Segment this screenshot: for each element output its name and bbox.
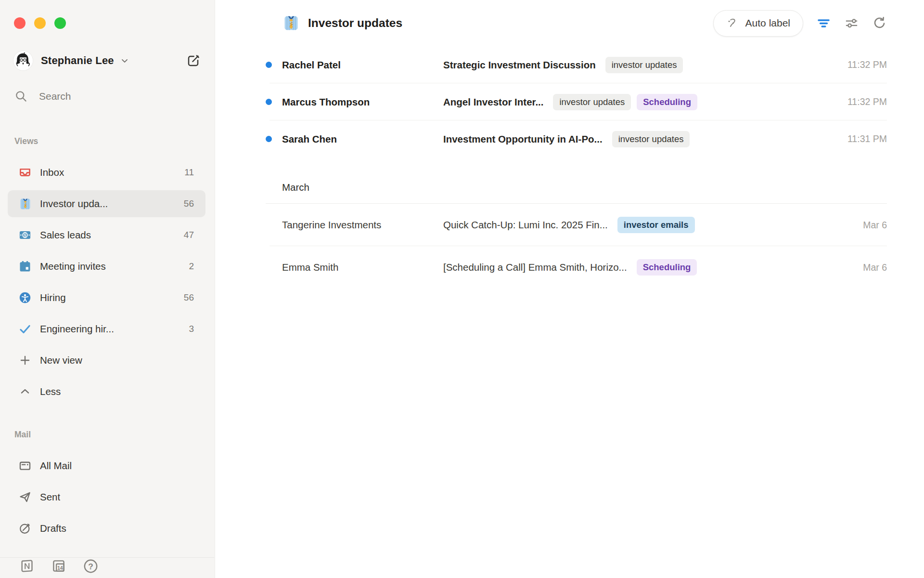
money-icon <box>18 228 32 242</box>
sidebar-item-drafts[interactable]: Drafts <box>8 515 205 542</box>
unread-dot <box>266 62 272 68</box>
email-labels: Scheduling <box>637 259 697 276</box>
main-panel: Investor updates Auto label <box>216 0 924 578</box>
sidebar-item-label: Meeting invites <box>40 261 106 272</box>
sidebar-item-sent[interactable]: Sent <box>8 484 205 511</box>
unread-count: 56 <box>184 292 194 303</box>
close-window-button[interactable] <box>14 17 26 29</box>
date-group-title: March <box>282 182 309 193</box>
svg-text:14: 14 <box>57 565 63 571</box>
email-sender: Marcus Thompson <box>282 96 443 108</box>
page-title: Investor updates <box>308 16 402 30</box>
email-labels: investor updates <box>612 131 690 147</box>
unread-count: 3 <box>189 324 194 334</box>
filter-icon[interactable] <box>816 15 831 31</box>
chevron-up-icon <box>18 385 32 398</box>
inbox-icon <box>18 166 32 179</box>
sidebar: Stephanie Lee Search Views <box>0 0 215 578</box>
email-sender: Rachel Patel <box>282 59 443 71</box>
email-subject: Angel Investor Inter... <box>443 96 543 108</box>
sidebar-item-all-mail[interactable]: All Mail <box>8 452 205 479</box>
new-view-label: New view <box>40 355 82 366</box>
label-pill[interactable]: investor updates <box>553 94 631 110</box>
label-pill[interactable]: investor emails <box>617 217 695 233</box>
account-name: Stephanie Lee <box>41 54 114 67</box>
sidebar-item-investor-updates[interactable]: Investor upda... 56 <box>8 190 205 217</box>
checkmark-icon <box>18 322 32 336</box>
label-pill[interactable]: Scheduling <box>637 94 697 110</box>
email-sender: Emma Smith <box>282 262 443 273</box>
email-time: 11:32 PM <box>838 96 887 107</box>
app-window: Stephanie Lee Search Views <box>0 0 924 578</box>
unread-count: 11 <box>184 167 194 178</box>
svg-text:?: ? <box>88 561 93 571</box>
minimize-window-button[interactable] <box>34 17 46 29</box>
necktie-icon <box>282 14 300 32</box>
email-time: 11:32 PM <box>838 59 887 70</box>
sidebar-item-hiring[interactable]: Hiring 56 <box>8 284 205 311</box>
email-sender: Sarah Chen <box>282 133 443 145</box>
sidebar-item-inbox[interactable]: Inbox 11 <box>8 159 205 186</box>
draft-icon <box>18 522 32 535</box>
email-labels: investor updates <box>605 57 683 73</box>
auto-label-icon <box>726 17 739 30</box>
display-options-icon[interactable] <box>844 15 859 31</box>
sidebar-item-engineering-hiring[interactable]: Engineering hir... 3 <box>8 315 205 342</box>
date-group-header: March <box>216 158 924 204</box>
label-pill[interactable]: investor updates <box>612 131 690 147</box>
window-controls <box>14 17 66 29</box>
email-row[interactable]: Sarah Chen Investment Opportunity in AI-… <box>216 120 924 158</box>
email-row[interactable]: Rachel Patel Strategic Investment Discus… <box>216 46 924 83</box>
views-section-label: Views <box>14 136 38 146</box>
label-pill[interactable]: investor updates <box>605 57 683 73</box>
compose-button[interactable] <box>185 52 202 69</box>
email-list: Rachel Patel Strategic Investment Discus… <box>216 46 924 289</box>
notion-calendar-icon[interactable]: 14 <box>50 557 67 575</box>
account-switcher[interactable]: Stephanie Lee <box>13 50 202 71</box>
unread-count: 56 <box>184 198 194 209</box>
email-row[interactable]: Marcus Thompson Angel Investor Inter... … <box>216 83 924 120</box>
email-row[interactable]: Tangerine Investments Quick Catch-Up: Lu… <box>216 204 924 246</box>
view-header: Investor updates Auto label <box>216 0 924 46</box>
email-subject: Strategic Investment Discussion <box>443 59 596 71</box>
auto-label-button[interactable]: Auto label <box>713 10 803 37</box>
sidebar-item-label: Drafts <box>40 523 66 534</box>
sidebar-item-label: Sent <box>40 491 60 503</box>
less-button[interactable]: Less <box>8 378 205 405</box>
new-view-button[interactable]: New view <box>8 347 205 374</box>
search-icon <box>14 90 27 103</box>
sidebar-item-label: All Mail <box>40 460 72 472</box>
sidebar-item-meeting-invites[interactable]: Meeting invites 2 <box>8 253 205 280</box>
unread-dot <box>266 99 272 105</box>
calendar-icon <box>18 260 32 273</box>
unread-count: 2 <box>189 261 194 272</box>
email-sender: Tangerine Investments <box>282 219 443 231</box>
help-icon[interactable]: ? <box>82 557 99 575</box>
mail-list: All Mail Sent <box>8 452 205 546</box>
sidebar-item-label: Inbox <box>40 167 64 178</box>
necktie-icon <box>18 197 32 210</box>
email-subject: Quick Catch-Up: Lumi Inc. 2025 Fin... <box>443 219 608 231</box>
email-time: Mar 6 <box>853 220 887 231</box>
email-labels: investor emails <box>617 217 695 233</box>
avatar <box>13 51 33 70</box>
email-row[interactable]: Emma Smith [Scheduling a Call] Emma Smit… <box>216 246 924 289</box>
plus-icon <box>18 354 32 367</box>
search-button[interactable]: Search <box>14 90 71 103</box>
person-circle-icon <box>18 291 32 304</box>
auto-label-text: Auto label <box>745 17 790 29</box>
label-pill[interactable]: Scheduling <box>637 259 697 276</box>
refresh-icon[interactable] <box>872 15 887 31</box>
sidebar-item-label: Hiring <box>40 292 66 303</box>
email-time: Mar 6 <box>853 262 887 273</box>
chevron-down-icon <box>120 56 129 66</box>
email-labels: investor updates Scheduling <box>553 94 697 110</box>
zoom-window-button[interactable] <box>54 17 66 29</box>
email-subject: [Scheduling a Call] Emma Smith, Horizo..… <box>443 262 627 273</box>
unread-count: 47 <box>184 230 194 240</box>
views-list: Inbox 11 Investor upda... 56 <box>8 159 205 409</box>
sidebar-item-sales-leads[interactable]: Sales leads 47 <box>8 222 205 249</box>
notion-logo-icon[interactable] <box>18 557 36 575</box>
sidebar-item-label: Investor upda... <box>40 198 108 210</box>
email-time: 11:31 PM <box>838 133 887 144</box>
